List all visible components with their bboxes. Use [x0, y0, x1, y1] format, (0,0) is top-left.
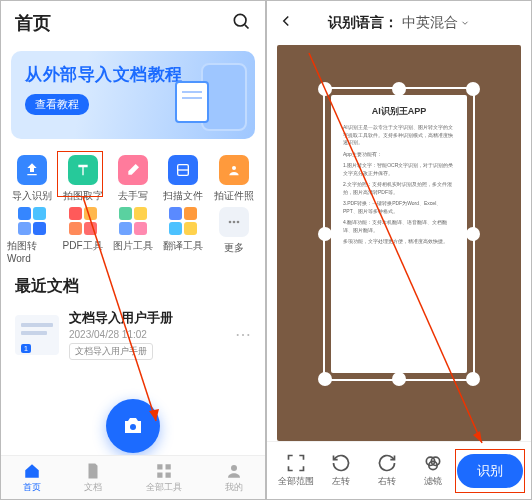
- grid-label: 拍证件照: [214, 189, 254, 203]
- red-highlight-box: [57, 151, 103, 197]
- doc-more-icon[interactable]: ⋯: [235, 325, 251, 344]
- svg-point-5: [228, 221, 231, 224]
- filter-button[interactable]: 滤镜: [412, 453, 454, 488]
- back-button[interactable]: [277, 12, 295, 34]
- scan-icon: [168, 155, 198, 185]
- nav-me[interactable]: 我的: [225, 462, 243, 494]
- grid-label: 翻译工具: [163, 239, 203, 253]
- pdf-icon: [69, 207, 97, 235]
- tool-grid: 导入识别 拍图取字 去手写 扫描文件 拍证件照 拍图转Word PDF工具: [1, 145, 265, 266]
- lang-value[interactable]: 中英混合: [402, 14, 458, 32]
- crop-handle[interactable]: [392, 372, 406, 386]
- docs-icon: [84, 462, 102, 480]
- grid-item-scan[interactable]: 扫描文件: [158, 155, 208, 203]
- crop-handle[interactable]: [466, 82, 480, 96]
- grid-label: PDF工具: [63, 239, 103, 253]
- crop-handle[interactable]: [318, 227, 332, 241]
- lang-label: 识别语言：: [328, 14, 398, 32]
- rotate-right-button[interactable]: 右转: [366, 453, 408, 488]
- crop-handle[interactable]: [318, 82, 332, 96]
- crop-handle[interactable]: [466, 227, 480, 241]
- rotate-left-icon: [331, 453, 351, 473]
- nav-home[interactable]: 首页: [23, 462, 41, 494]
- grid-item-more[interactable]: 更多: [209, 207, 259, 264]
- document-preview: AI识别王APP AI识别王是一款专注于文字识别、图片转文字的文字提取工具软件。…: [331, 95, 467, 373]
- svg-point-13: [231, 465, 237, 471]
- crop-frame[interactable]: AI识别王APP AI识别王是一款专注于文字识别、图片转文字的文字提取工具软件。…: [323, 87, 475, 381]
- word-icon: [18, 207, 46, 235]
- svg-rect-11: [157, 472, 162, 477]
- svg-point-4: [232, 166, 236, 170]
- full-range-button[interactable]: 全部范围: [275, 453, 317, 488]
- grid-label: 扫描文件: [163, 189, 203, 203]
- svg-point-0: [234, 14, 246, 26]
- svg-rect-9: [157, 464, 162, 469]
- recent-docs-title: 最近文档: [1, 266, 265, 303]
- eraser-icon: [118, 155, 148, 185]
- grid-item-translate[interactable]: 翻译工具: [158, 207, 208, 264]
- user-icon: [225, 462, 243, 480]
- paper-title: AI识别王APP: [343, 105, 455, 118]
- idphoto-icon: [219, 155, 249, 185]
- home-icon: [23, 462, 41, 480]
- tutorial-banner[interactable]: 从外部导入文档教程 查看教程: [11, 51, 255, 139]
- camera-preview: AI识别王APP AI识别王是一款专注于文字识别、图片转文字的文字提取工具软件。…: [277, 45, 521, 441]
- page-title: 首页: [15, 11, 51, 35]
- rotate-right-icon: [377, 453, 397, 473]
- filter-icon: [423, 453, 443, 473]
- chevron-down-icon[interactable]: [460, 14, 470, 32]
- left-header: 首页: [1, 1, 265, 45]
- more-icon: [219, 207, 249, 237]
- svg-point-6: [232, 221, 235, 224]
- doc-name: 文档导入用户手册: [69, 309, 225, 327]
- svg-line-1: [245, 25, 249, 29]
- banner-doc-illustration: [175, 81, 209, 123]
- svg-rect-10: [165, 464, 170, 469]
- nav-docs[interactable]: 文档: [84, 462, 102, 494]
- right-screenshot: 识别语言： 中英混合 AI识别王APP AI识别王是一款专注于文字识别、图片转文…: [266, 0, 532, 500]
- camera-icon: [121, 414, 145, 438]
- crop-handle[interactable]: [392, 82, 406, 96]
- recent-doc-item[interactable]: 1 文档导入用户手册 2023/04/28 11:02 文档导入用户手册 ⋯: [1, 303, 265, 366]
- svg-point-7: [236, 221, 239, 224]
- translate-icon: [169, 207, 197, 235]
- left-screenshot: 首页 从外部导入文档教程 查看教程 导入识别 拍图取字 去手写 扫描文件 拍证件…: [0, 0, 266, 500]
- view-tutorial-button[interactable]: 查看教程: [25, 94, 89, 115]
- rotate-left-button[interactable]: 左转: [320, 453, 362, 488]
- grid-item-pdf[interactable]: PDF工具: [57, 207, 107, 264]
- import-icon: [17, 155, 47, 185]
- crop-handle[interactable]: [466, 372, 480, 386]
- tools-icon: [155, 462, 173, 480]
- grid-label: 去手写: [118, 189, 148, 203]
- grid-item-image[interactable]: 图片工具: [108, 207, 158, 264]
- left-bottom-nav: 首页 文档 全部工具 我的: [1, 455, 265, 499]
- nav-tools[interactable]: 全部工具: [146, 462, 182, 494]
- search-icon[interactable]: [231, 11, 251, 35]
- crop-handle[interactable]: [318, 372, 332, 386]
- right-header: 识别语言： 中英混合: [267, 1, 531, 45]
- grid-item-erase-handwriting[interactable]: 去手写: [108, 155, 158, 203]
- expand-icon: [286, 453, 306, 473]
- grid-item-idphoto[interactable]: 拍证件照: [209, 155, 259, 203]
- doc-badge: 1: [21, 344, 31, 353]
- grid-label: 更多: [224, 241, 244, 255]
- grid-item-word[interactable]: 拍图转Word: [7, 207, 57, 264]
- red-highlight-box: [455, 449, 525, 493]
- doc-date: 2023/04/28 11:02: [69, 329, 225, 340]
- image-icon: [119, 207, 147, 235]
- chevron-left-icon: [277, 12, 295, 30]
- paper-body: AI识别王是一款专注于文字识别、图片转文字的文字提取工具软件。支持多种识别模式，…: [343, 124, 455, 246]
- camera-fab[interactable]: [106, 399, 160, 453]
- grid-label: 图片工具: [113, 239, 153, 253]
- svg-rect-12: [165, 472, 170, 477]
- grid-label: 拍图转Word: [7, 239, 57, 264]
- doc-tag: 文档导入用户手册: [69, 343, 153, 360]
- grid-item-import[interactable]: 导入识别: [7, 155, 57, 203]
- doc-thumb: 1: [15, 315, 59, 355]
- svg-point-8: [130, 424, 136, 430]
- grid-label: 导入识别: [12, 189, 52, 203]
